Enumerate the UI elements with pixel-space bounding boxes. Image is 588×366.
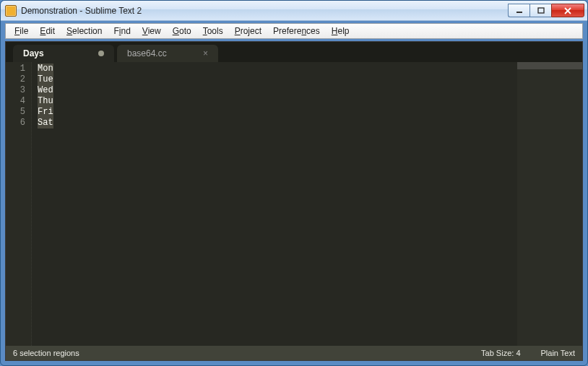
code-line: Mon — [38, 64, 517, 74]
maximize-button[interactable] — [529, 4, 551, 17]
menu-view[interactable]: View — [137, 25, 167, 38]
svg-rect-1 — [538, 8, 544, 13]
menu-selection[interactable]: Selection — [61, 25, 108, 38]
tab-label: Days — [23, 48, 44, 58]
minimap[interactable] — [517, 62, 582, 346]
menu-edit[interactable]: Edit — [34, 25, 61, 38]
line-number: 1 — [6, 64, 25, 74]
tab-base64[interactable]: base64.cc × — [117, 45, 218, 62]
line-number: 6 — [6, 118, 25, 128]
menu-find[interactable]: Find — [108, 25, 136, 38]
line-number: 4 — [6, 96, 25, 107]
menu-tools[interactable]: Tools — [197, 25, 229, 38]
line-number-gutter: 1 2 3 4 5 6 — [6, 62, 32, 346]
dirty-indicator-icon — [98, 51, 104, 56]
line-number: 2 — [6, 74, 25, 85]
menu-preferences[interactable]: Preferences — [267, 25, 326, 38]
editor[interactable]: 1 2 3 4 5 6 Mon Tue Wed Thu Fri Sat — [6, 62, 582, 346]
tab-days[interactable]: Days — [13, 45, 114, 62]
code-line: Sat — [38, 118, 517, 128]
tab-bar: Days base64.cc × — [6, 42, 582, 62]
status-tabsize[interactable]: Tab Size: 4 — [471, 349, 530, 357]
window-title: Demonstration - Sublime Text 2 — [21, 6, 508, 16]
tab-close-icon[interactable]: × — [203, 49, 208, 58]
line-number: 5 — [6, 107, 25, 118]
status-bar: 6 selection regions Tab Size: 4 Plain Te… — [6, 346, 582, 360]
minimize-button[interactable] — [508, 4, 529, 17]
close-button[interactable] — [551, 4, 584, 17]
code-line: Tue — [38, 74, 517, 85]
code-line: Fri — [38, 107, 517, 118]
app-icon — [5, 5, 17, 17]
tab-label: base64.cc — [127, 48, 167, 58]
client-area: Days base64.cc × 1 2 3 4 5 6 Mon Tue Wed… — [5, 41, 583, 361]
menu-help[interactable]: Help — [326, 25, 355, 38]
menu-file[interactable]: File — [9, 25, 34, 38]
menubar: File Edit Selection Find View Goto Tools… — [5, 23, 583, 39]
window-buttons — [508, 4, 584, 17]
code-line: Thu — [38, 96, 517, 107]
window-titlebar: Demonstration - Sublime Text 2 — [1, 1, 587, 21]
menu-project[interactable]: Project — [229, 25, 267, 38]
status-syntax[interactable]: Plain Text — [531, 349, 576, 357]
status-selection: 6 selection regions — [13, 349, 90, 357]
code-area[interactable]: Mon Tue Wed Thu Fri Sat — [32, 62, 517, 346]
menu-goto[interactable]: Goto — [167, 25, 197, 38]
line-number: 3 — [6, 85, 25, 96]
minimap-viewport[interactable] — [517, 62, 582, 69]
code-line: Wed — [38, 85, 517, 96]
